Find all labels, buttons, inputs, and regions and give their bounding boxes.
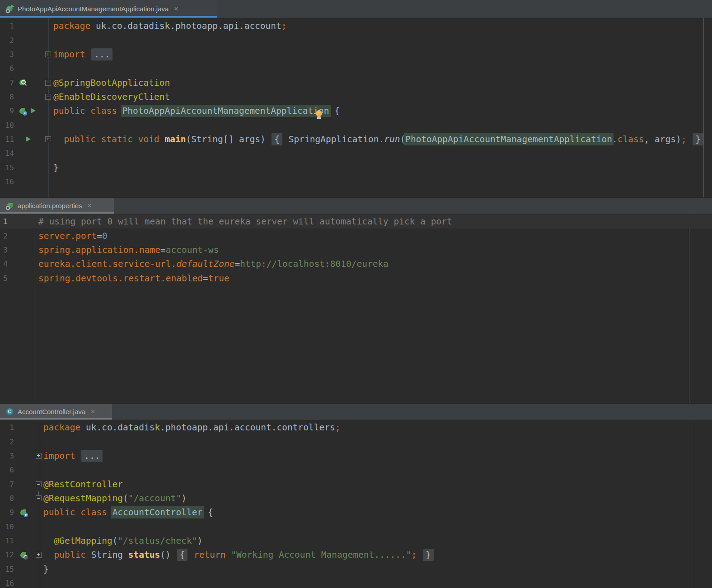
code-text[interactable]: public static void main(String[] args) {…: [53, 134, 704, 145]
code-line[interactable]: 15}: [0, 161, 712, 175]
fold-expand-icon[interactable]: +: [45, 51, 51, 57]
code-editor[interactable]: 1# using port 0 will mean that the eurek…: [0, 214, 712, 403]
code-line[interactable]: 7−@RestController: [0, 477, 712, 491]
fold-expand-icon[interactable]: +: [36, 453, 42, 459]
code-text[interactable]: @EnableDiscoveryClient: [53, 92, 170, 102]
code-token: run: [384, 134, 400, 145]
code-line[interactable]: 8−@RequestMapping("/account"): [0, 491, 712, 505]
spring-scan-icon[interactable]: [19, 79, 26, 86]
code-line[interactable]: 11+ public static void main(String[] arg…: [0, 132, 712, 146]
folded-placeholder[interactable]: {: [177, 549, 188, 561]
code-line[interactable]: 1package uk.co.datadisk.photoapp.api.acc…: [0, 420, 712, 434]
code-token: , args): [644, 134, 681, 145]
code-token: =: [97, 231, 102, 241]
code-line[interactable]: 9epublic class PhotoAppApiAccountManagem…: [0, 104, 712, 118]
close-icon[interactable]: ✕: [90, 408, 95, 415]
code-line[interactable]: 3+import ...: [0, 47, 712, 61]
code-line[interactable]: 16: [0, 576, 712, 588]
code-area[interactable]: 1package uk.co.datadisk.photoapp.api.acc…: [0, 18, 712, 189]
line-number: 1: [0, 217, 9, 226]
code-line[interactable]: 7−@SpringBootApplication: [0, 75, 712, 89]
code-line[interactable]: 9epublic class AccountController {: [0, 505, 712, 519]
folded-placeholder[interactable]: }: [423, 549, 434, 561]
code-text[interactable]: package uk.co.datadisk.photoapp.api.acco…: [43, 422, 340, 433]
code-line[interactable]: 6: [0, 463, 712, 477]
code-line[interactable]: 4eureka.client.service-url.defaultZone=h…: [0, 257, 712, 271]
code-text[interactable]: public class PhotoAppApiAccountManagemen…: [53, 106, 340, 116]
code-text[interactable]: }: [53, 163, 59, 173]
tab-application-properties[interactable]: application.properties ✕: [0, 198, 114, 214]
code-text[interactable]: spring.devtools.restart.enabled=true: [38, 273, 230, 284]
code-line[interactable]: 10: [0, 520, 712, 534]
code-text[interactable]: @RestController: [43, 479, 123, 490]
code-token: [43, 550, 54, 560]
code-line[interactable]: 1# using port 0 will mean that the eurek…: [0, 215, 712, 229]
folded-placeholder[interactable]: }: [693, 133, 703, 145]
intention-lightbulb-icon[interactable]: [315, 110, 323, 121]
line-number: 9: [0, 508, 15, 517]
line-number: 16: [0, 579, 15, 588]
code-token: "/account": [128, 493, 181, 504]
code-line[interactable]: 11 @GetMapping("/status/check"): [0, 534, 712, 548]
code-text[interactable]: }: [43, 564, 49, 574]
code-text[interactable]: # using port 0 will mean that the eureka…: [38, 216, 452, 227]
code-line[interactable]: 3spring.application.name=account-ws: [0, 243, 712, 257]
code-line[interactable]: 2: [0, 434, 712, 448]
code-token: public class: [53, 106, 122, 116]
code-text[interactable]: @RequestMapping("/account"): [43, 493, 187, 504]
ide-editor-splits: PhotoAppApiAccountManagementApplication.…: [0, 0, 712, 588]
code-line[interactable]: 1package uk.co.datadisk.photoapp.api.acc…: [0, 19, 712, 33]
code-token: (String[] args): [186, 134, 271, 145]
fold-collapse-icon[interactable]: −: [36, 495, 42, 501]
folded-placeholder[interactable]: ...: [91, 48, 112, 61]
code-text[interactable]: import ...: [43, 451, 103, 461]
code-text[interactable]: server.port=0: [38, 231, 108, 241]
run-icon[interactable]: [25, 136, 32, 143]
close-icon[interactable]: ✕: [173, 5, 178, 12]
code-line[interactable]: 8−@EnableDiscoveryClient: [0, 90, 712, 104]
code-line[interactable]: 16: [0, 175, 712, 189]
code-token: }: [53, 163, 59, 173]
code-area[interactable]: 1package uk.co.datadisk.photoapp.api.acc…: [0, 420, 712, 588]
code-line[interactable]: 6: [0, 61, 712, 75]
code-text[interactable]: package uk.co.datadisk.photoapp.api.acco…: [53, 21, 287, 31]
code-line[interactable]: 15}: [0, 562, 712, 576]
fold-collapse-icon[interactable]: −: [45, 80, 51, 86]
folded-placeholder[interactable]: {: [272, 133, 282, 145]
code-token: ): [181, 493, 187, 504]
fold-expand-icon[interactable]: +: [36, 552, 42, 558]
code-text[interactable]: import ...: [53, 49, 113, 60]
close-icon[interactable]: ✕: [87, 202, 92, 209]
code-area[interactable]: 1# using port 0 will mean that the eurek…: [0, 214, 712, 285]
code-line[interactable]: 5spring.devtools.restart.enabled=true: [0, 271, 712, 285]
spring-url-icon[interactable]: [20, 551, 27, 559]
code-text[interactable]: public String status() { return "Working…: [43, 550, 435, 560]
code-text[interactable]: @SpringBootApplication: [53, 78, 170, 88]
code-text[interactable]: public class AccountController {: [43, 507, 213, 518]
code-editor[interactable]: 1package uk.co.datadisk.photoapp.api.acc…: [0, 18, 712, 197]
line-number: 15: [0, 565, 15, 574]
code-line[interactable]: 12+ public String status() { return "Wor…: [0, 548, 712, 562]
fold-collapse-icon[interactable]: −: [36, 481, 42, 487]
spring-bean-icon[interactable]: e: [19, 107, 26, 115]
code-token: spring.application.name: [38, 245, 160, 255]
code-line[interactable]: 2server.port=0: [0, 229, 712, 243]
code-line[interactable]: 3+import ...: [0, 449, 712, 463]
gutter-icons: [15, 136, 43, 143]
code-line[interactable]: 10: [0, 118, 712, 132]
code-line[interactable]: 14: [0, 146, 712, 160]
fold-column: +: [43, 136, 52, 142]
fold-collapse-icon[interactable]: −: [45, 94, 51, 100]
code-text[interactable]: eureka.client.service-url.defaultZone=ht…: [38, 259, 389, 269]
code-text[interactable]: spring.application.name=account-ws: [38, 245, 219, 255]
fold-expand-icon[interactable]: +: [45, 136, 51, 142]
tab-application-java[interactable]: PhotoAppApiAccountManagementApplication.…: [0, 0, 217, 18]
spring-bean-icon[interactable]: e: [20, 509, 27, 516]
spring-boot-run-icon: [6, 5, 14, 13]
tab-account-controller[interactable]: C AccountController.java ✕: [0, 404, 112, 420]
code-text[interactable]: @GetMapping("/status/check"): [43, 536, 202, 546]
code-editor[interactable]: 1package uk.co.datadisk.photoapp.api.acc…: [0, 420, 712, 588]
run-icon[interactable]: [30, 107, 37, 115]
folded-placeholder[interactable]: ...: [81, 450, 103, 462]
code-line[interactable]: 2: [0, 33, 712, 47]
